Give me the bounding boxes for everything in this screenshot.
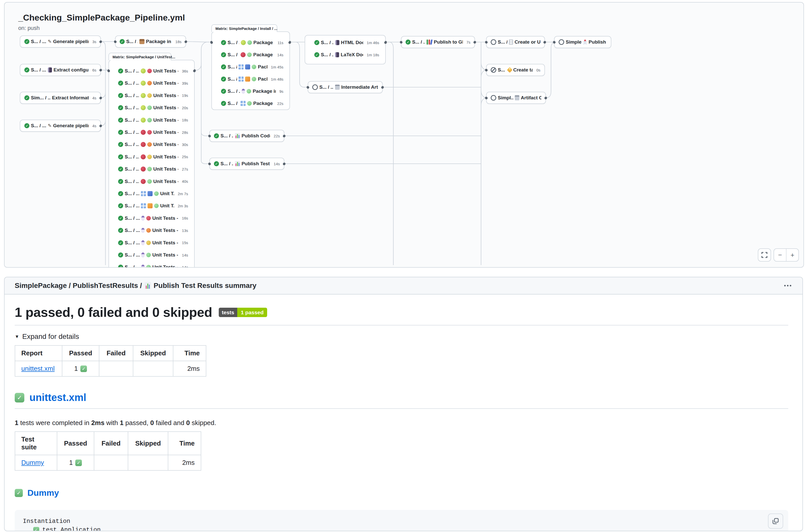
graph-node-row[interactable]: ✓S... / ... /Unit Tests - ...15s: [109, 237, 194, 249]
graph-node-row[interactable]: ✓S... / ... /LaTeX Docu...1m 18s: [305, 49, 385, 61]
success-status-icon: ✓: [118, 191, 123, 196]
graph-node-intermediate[interactable]: S... / ... /Intermediate Artifa...: [308, 81, 383, 93]
job-prefix: S... / ... /: [125, 191, 139, 196]
graph-node-row[interactable]: ✓S... / ... /Package ins...14s: [212, 49, 289, 61]
graph-node-publish-pypi[interactable]: Simple... / ... /Publish to PyPI: [554, 36, 611, 48]
edge-port: [400, 41, 403, 43]
bar-chart-icon: [145, 282, 151, 289]
headline-row: 1 passed, 0 failed and 0 skipped tests 1…: [15, 303, 788, 325]
graph-node-row[interactable]: ✓S... / ... /Unit Tests - ...39s: [109, 77, 194, 89]
dot-orange-icon: [146, 228, 151, 233]
dot-green-icon: [252, 64, 256, 69]
graph-node-row[interactable]: ✓S... / ... /Unit Tests - ...28s: [109, 126, 194, 138]
graph-node-row[interactable]: ✓S... / ... /Unit Tests - ...25s: [109, 151, 194, 163]
graph-node-row[interactable]: ✓S... / ... /Package ins...11s: [212, 37, 289, 49]
expand-details-toggle[interactable]: ▼ Expand for details: [15, 332, 788, 341]
zoom-out-button[interactable]: −: [774, 249, 786, 261]
graph-node-row[interactable]: ✓S... / ... /Package inst...9s: [212, 85, 289, 97]
job-label: Package in Sou...: [146, 39, 172, 44]
graph-node-row[interactable]: ✓S... / ... /Unit Tests - ...14s: [109, 261, 194, 268]
graph-node-publish-code[interactable]: ✓S... / ... /Publish Code C...22s: [209, 130, 284, 142]
edge-port: [114, 41, 117, 43]
graph-node-artifact-cleanup[interactable]: Simpl... / ... /Artifact Cleanup: [486, 92, 546, 104]
file-heading-link[interactable]: unittest.xml: [30, 392, 86, 403]
group-header-install[interactable]: Matrix: SimplePackage / Install / ...: [211, 24, 277, 32]
apple-green-icon: [141, 93, 146, 98]
edge-port: [208, 163, 211, 165]
job-prefix: S... / ... /: [228, 64, 237, 70]
penguin-icon: [141, 228, 145, 233]
breadcrumb: SimplePackage / PublishTestResults / Pub…: [15, 282, 256, 290]
report-link[interactable]: unittest.xml: [21, 365, 55, 372]
group-header-unittest[interactable]: Matrix: SimplePackage / UnitTest...: [109, 53, 171, 60]
fullscreen-button[interactable]: [758, 248, 771, 262]
dot-orange-icon: [147, 81, 152, 86]
graph-node-row[interactable]: ✓S... / ... /Unit T...2m 3s: [109, 200, 194, 212]
graph-node-row[interactable]: ✓S... / ... /Unit Tests - ...20s: [109, 102, 194, 114]
dot-green-icon: [247, 53, 252, 57]
graph-node-publish-ghp[interactable]: ✓S... / ... /Publish to GH-P...7s: [401, 36, 475, 48]
success-status-icon: ✓: [118, 228, 123, 233]
column-header: Time: [173, 345, 206, 361]
job-prefix: S... / ... /: [125, 154, 139, 160]
square-blue-icon: [245, 64, 250, 70]
job-duration: 2m 7s: [176, 192, 188, 196]
books-icon: [426, 40, 432, 44]
job-prefix: S... / ... /: [31, 67, 46, 73]
zoom-in-button[interactable]: +: [786, 249, 799, 261]
graph-node-row[interactable]: ✓S... / ... /Unit Tests - ...27s: [109, 163, 194, 175]
success-status-icon: ✓: [24, 95, 30, 100]
success-status-icon: ✓: [24, 68, 30, 73]
graph-node-row[interactable]: ✓S... / ... /HTML Docu...1m 46s: [305, 37, 385, 49]
report-link[interactable]: Dummy: [21, 459, 44, 467]
job-duration: 20s: [180, 106, 188, 110]
job-duration: 14s: [180, 265, 188, 268]
dot-yellow-icon: [147, 93, 152, 98]
penguin-icon: [141, 252, 145, 258]
graph-node-publish-test[interactable]: ✓S... / ... /Publish Test Re...14s: [209, 158, 284, 170]
success-status-icon: ✓: [405, 40, 410, 44]
graph-node-row[interactable]: ✓S... / ... /Packa...1m 45s: [212, 61, 289, 73]
success-status-icon: ✓: [118, 142, 123, 147]
tag-icon: [507, 67, 513, 73]
passed-count: 1: [69, 459, 73, 467]
success-status-icon: ✓: [221, 40, 226, 45]
graph-node-gen1[interactable]: ✓S... / ... /✎Generate pipelin...3s: [20, 36, 101, 48]
success-status-icon: ✓: [221, 89, 226, 94]
graph-node-extract-info[interactable]: ✓Sim... / ... /Extract Information4s: [20, 92, 101, 104]
job-duration: 11s: [275, 41, 283, 45]
job-duration: 40s: [180, 179, 188, 184]
check-square-icon: ✓: [15, 489, 23, 497]
job-prefix: S... / ... /: [125, 252, 140, 258]
kebab-menu-icon[interactable]: [784, 277, 791, 294]
job-label: Extract configur...: [54, 67, 89, 73]
graph-node-row[interactable]: ✓S... / ... /Unit Tests - ...16s: [109, 212, 194, 224]
graph-node-create-tag[interactable]: S... / ... /Create tag '${{ in...0s: [486, 64, 545, 76]
job-label: Unit Tests - ...: [153, 117, 178, 123]
dot-red-icon: [147, 69, 152, 73]
results-headline: 1 passed, 0 failed and 0 skipped: [15, 305, 212, 320]
graph-node-row[interactable]: ✓S... / ... /Unit Tests - ...18s: [109, 114, 194, 126]
graph-node-package-src[interactable]: ✓S... / ... /Package in Sou...18s: [115, 36, 186, 48]
graph-node-row[interactable]: ✓S... / ... /Unit Tests - ...19s: [109, 90, 194, 102]
graph-node-gen2[interactable]: ✓S... / ... /✎Generate pipelin...4s: [20, 120, 101, 132]
graph-node-extract-config[interactable]: ✓S... / ... /Extract configur...6s: [20, 64, 101, 76]
rocket-icon: [583, 39, 587, 45]
dot-green-icon: [147, 118, 152, 122]
success-status-icon: ✓: [24, 39, 30, 44]
graph-node-row[interactable]: ✓S... / ... /Unit Tests - ...36s: [109, 65, 194, 77]
graph-node-row[interactable]: ✓S... / ... /Unit T...2m 7s: [109, 188, 194, 200]
graph-node-row[interactable]: ✓S... / ... /Unit Tests - ...13s: [109, 224, 194, 236]
dot-orange-icon: [147, 142, 152, 147]
job-label: Unit T...: [160, 203, 174, 209]
copy-button[interactable]: [768, 513, 783, 529]
suite-heading-link[interactable]: Dummy: [27, 488, 59, 498]
graph-node-row[interactable]: ✓S... / ... /Unit Tests - ...14s: [109, 249, 194, 261]
graph-node-row[interactable]: ✓S... / ... /Packa...1m 48s: [212, 73, 289, 85]
graph-node-row[interactable]: ✓S... / ... /Unit Tests - ...40s: [109, 175, 194, 188]
job-duration: 14s: [180, 253, 188, 257]
job-label: Intermediate Artifa...: [341, 84, 378, 90]
graph-node-row[interactable]: ✓S... / ... /Unit Tests - ...30s: [109, 138, 194, 151]
graph-node-create-release[interactable]: S... / ... /Create or Update R...: [486, 36, 545, 48]
graph-node-row[interactable]: ✓S... / ... /Package ins...22s: [212, 97, 289, 110]
